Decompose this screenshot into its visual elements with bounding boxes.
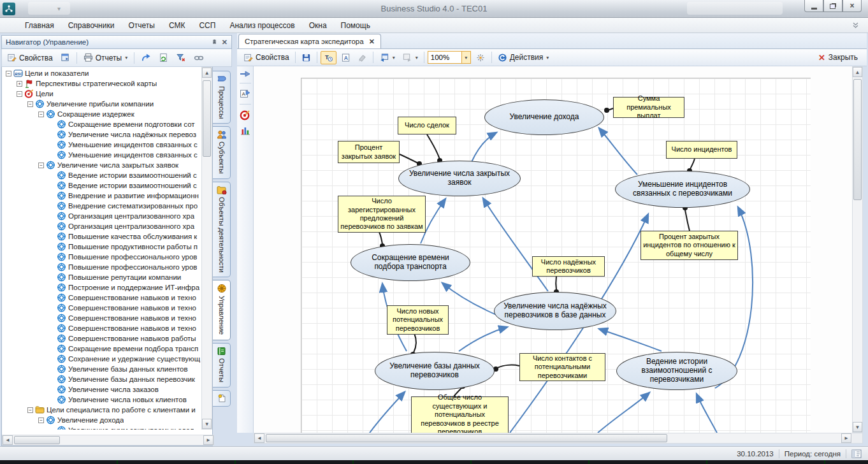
- tree-item[interactable]: −BSCЦели и показатели: [2, 68, 212, 78]
- side-tab-management[interactable]: Управление: [213, 280, 231, 340]
- refresh-button[interactable]: [156, 52, 171, 64]
- tree-item[interactable]: −Повышение профессионального уров: [2, 252, 212, 262]
- tree-item[interactable]: −Построение и поддержание ИТ-инфра: [2, 282, 212, 293]
- format-brush-button[interactable]: [355, 52, 370, 64]
- tree-expander-icon[interactable]: +: [17, 81, 22, 87]
- pin-icon[interactable]: [211, 39, 218, 46]
- save-button[interactable]: [299, 52, 314, 64]
- scroll-left-icon[interactable]: ◄: [254, 433, 264, 443]
- tree-item[interactable]: −Увеличение числа закрытых заявок: [2, 160, 212, 170]
- tree-item[interactable]: −Сокращение времени подбора трансп: [2, 344, 212, 354]
- text-document-button[interactable]: A: [338, 52, 353, 64]
- tree-expander-icon[interactable]: −: [27, 101, 33, 107]
- panel-splitter[interactable]: [232, 33, 237, 446]
- scroll-down-icon[interactable]: ▼: [202, 419, 212, 429]
- tree-item[interactable]: −Цели: [2, 89, 212, 99]
- tree-item[interactable]: −Ведение истории взаимоотношений с: [2, 170, 212, 180]
- window-view-button[interactable]: [58, 52, 73, 64]
- tree-item[interactable]: −Цели специалиста по работе с клиентами …: [2, 405, 212, 415]
- close-panel-icon[interactable]: ✕: [222, 38, 228, 47]
- scroll-down-icon[interactable]: ▼: [853, 422, 862, 432]
- canvas-vertical-scrollbar[interactable]: ▲ ▼: [852, 66, 863, 433]
- menu-item-4[interactable]: СМК: [162, 19, 192, 32]
- tree-item[interactable]: −Увеличение базы данных перевозчик: [2, 374, 212, 384]
- zoom-dropdown-icon[interactable]: ▾: [461, 52, 470, 63]
- goal-node[interactable]: Уменьшение инцидентов связанных с перево…: [615, 171, 750, 208]
- tree-item[interactable]: −Повышение качества обслуживания к: [2, 231, 212, 242]
- link-button[interactable]: [191, 53, 206, 63]
- tree-item[interactable]: −Уменьшение инцидентов связанных с: [2, 150, 212, 160]
- new-tab-stub[interactable]: [213, 390, 231, 407]
- goal-node[interactable]: Сокращение времени подбора транспорта: [351, 244, 470, 281]
- indicator-node[interactable]: Число зарегистрированных предложений пер…: [338, 196, 426, 233]
- actions-button[interactable]: Действия ▾: [495, 52, 552, 64]
- goal-node[interactable]: Увеличение числа надёжных перевозчиков в…: [494, 292, 616, 330]
- menu-item-1[interactable]: Главная: [18, 19, 61, 32]
- diagram-properties-button[interactable]: Свойства: [241, 52, 292, 64]
- bar-chart-icon[interactable]: [240, 126, 250, 135]
- goal-node[interactable]: Увеличение дохода: [484, 99, 604, 135]
- menu-item-5[interactable]: ССП: [192, 19, 222, 32]
- goal-node[interactable]: Ведение истории взаимоотношений с перево…: [616, 352, 737, 390]
- menu-item-8[interactable]: Помощь: [334, 19, 377, 32]
- goal-target-icon[interactable]: [240, 110, 250, 120]
- menu-item-3[interactable]: Отчеты: [121, 19, 161, 32]
- tree-item[interactable]: −Совершенствование навыков и техно: [2, 313, 212, 323]
- scroll-up-icon[interactable]: ▲: [853, 67, 862, 77]
- goal-node[interactable]: Увеличение базы данных перевозчиков: [375, 352, 495, 390]
- tree-item[interactable]: −Совершенствование навыков работы: [2, 333, 212, 344]
- scroll-right-icon[interactable]: ►: [841, 433, 851, 443]
- scroll-left-icon[interactable]: ◄: [3, 435, 13, 445]
- tree-vertical-scrollbar[interactable]: ▲ ▼: [201, 67, 212, 430]
- tree-item[interactable]: −Организация централизованного хра: [2, 211, 212, 221]
- minimize-button[interactable]: [804, 0, 823, 12]
- tree-expander-icon[interactable]: −: [38, 112, 44, 117]
- reports-button[interactable]: Отчеты ▾: [81, 52, 131, 64]
- tree-item[interactable]: −Сохранение и удержание существующ: [2, 354, 212, 364]
- tree-item[interactable]: −Организация централизованного хра: [2, 221, 212, 231]
- collapse-ribbon-icon[interactable]: [852, 22, 859, 29]
- tree-expander-icon[interactable]: −: [27, 407, 33, 413]
- document-arrow-icon[interactable]: A: [240, 89, 250, 99]
- tree-item[interactable]: −Сокращение издержек: [2, 109, 212, 119]
- tree-expander-icon[interactable]: −: [17, 91, 22, 97]
- tree-horizontal-scrollbar[interactable]: ◄ ►: [2, 435, 214, 446]
- close-document-button[interactable]: ✕ Закрыть: [813, 52, 863, 64]
- menu-item-7[interactable]: Окна: [302, 19, 334, 32]
- back-window-button[interactable]: ▾: [377, 52, 398, 64]
- tree-expander-icon[interactable]: −: [38, 163, 44, 168]
- close-tab-icon[interactable]: ✕: [369, 38, 375, 46]
- goal-node[interactable]: Увеличение числа закрытых заявок: [398, 161, 521, 196]
- tree-item[interactable]: −Внедрение систематизированных про: [2, 201, 212, 211]
- indicator-node[interactable]: Общее число существующих и потенциальных…: [411, 396, 509, 433]
- indicator-node[interactable]: Число контактов с потенциальными перевоз…: [519, 353, 605, 381]
- indicator-node[interactable]: Сумма премиальных выплат: [613, 97, 684, 118]
- scroll-up-icon[interactable]: ▲: [202, 68, 212, 78]
- status-panel-icon[interactable]: [851, 449, 862, 458]
- indicator-node[interactable]: Число инцидентов: [666, 141, 737, 159]
- tree-item[interactable]: −Ведение истории взаимоотношений с: [2, 180, 212, 191]
- fit-page-button[interactable]: [473, 52, 488, 64]
- tree-item[interactable]: −Увеличение числа заказов: [2, 384, 212, 395]
- menu-item-2[interactable]: Справочники: [61, 19, 122, 32]
- tree-item[interactable]: −Увеличение прибыли компании: [2, 99, 212, 109]
- indicator-node[interactable]: Процент закрытых инцидентов по отношению…: [640, 231, 738, 260]
- tree-item[interactable]: −Повышение продуктивности работы п: [2, 242, 212, 252]
- tree-item[interactable]: −Повышение профессионального уров: [2, 262, 212, 272]
- tree-item[interactable]: +Перспективы стратегической карты: [2, 78, 212, 89]
- tree-expander-icon[interactable]: −: [6, 71, 11, 76]
- canvas-horizontal-scrollbar[interactable]: ◄ ►: [254, 433, 863, 444]
- filter-button[interactable]: [173, 52, 189, 64]
- side-tab-subjects[interactable]: Субъекты: [213, 126, 231, 178]
- tree-item[interactable]: −Уменьшение инцидентов связанных с: [2, 140, 212, 150]
- diagram-canvas[interactable]: Увеличение доходаУвеличение числа закрыт…: [254, 66, 852, 433]
- tree-expander-icon[interactable]: −: [38, 417, 44, 423]
- pointer-arrow-icon[interactable]: [240, 70, 251, 78]
- properties-button[interactable]: Свойства: [4, 52, 55, 64]
- indicator-node[interactable]: Число новых потенциальных перевозчиков: [387, 305, 449, 335]
- restore-button[interactable]: [823, 0, 843, 12]
- indicator-node[interactable]: Число надёжных перевозчиков: [532, 256, 605, 277]
- tree-item[interactable]: −Внедрение и развитие информационн: [2, 191, 212, 201]
- indicator-node[interactable]: Число сделок: [398, 117, 456, 134]
- zoom-input[interactable]: [428, 52, 461, 63]
